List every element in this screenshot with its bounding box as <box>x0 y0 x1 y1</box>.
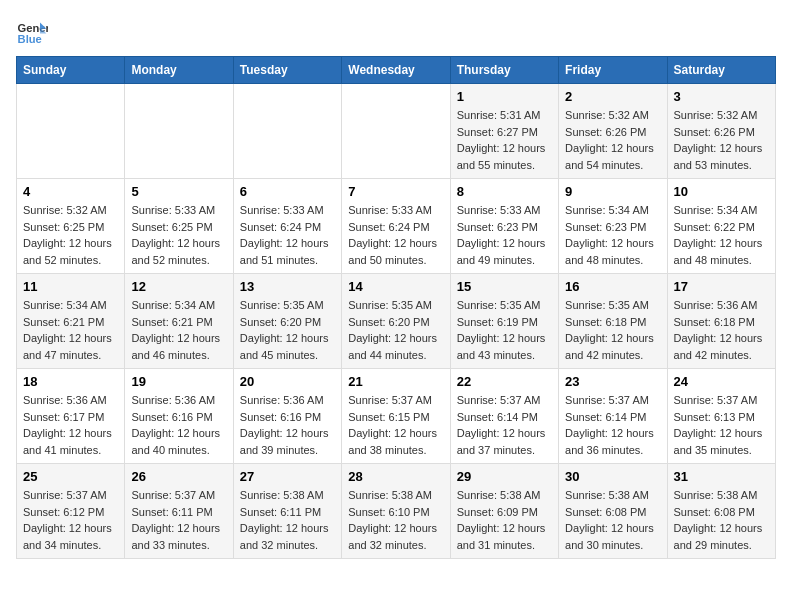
day-number: 3 <box>674 89 769 104</box>
calendar-cell <box>17 84 125 179</box>
day-info: Sunrise: 5:33 AMSunset: 6:24 PMDaylight:… <box>348 204 437 266</box>
day-number: 26 <box>131 469 226 484</box>
day-info: Sunrise: 5:36 AMSunset: 6:16 PMDaylight:… <box>131 394 220 456</box>
day-number: 12 <box>131 279 226 294</box>
day-number: 24 <box>674 374 769 389</box>
day-info: Sunrise: 5:36 AMSunset: 6:18 PMDaylight:… <box>674 299 763 361</box>
day-info: Sunrise: 5:34 AMSunset: 6:22 PMDaylight:… <box>674 204 763 266</box>
day-info: Sunrise: 5:38 AMSunset: 6:08 PMDaylight:… <box>674 489 763 551</box>
day-info: Sunrise: 5:32 AMSunset: 6:26 PMDaylight:… <box>674 109 763 171</box>
day-number: 9 <box>565 184 660 199</box>
weekday-header: Sunday <box>17 57 125 84</box>
calendar-cell: 31 Sunrise: 5:38 AMSunset: 6:08 PMDaylig… <box>667 464 775 559</box>
calendar-cell: 12 Sunrise: 5:34 AMSunset: 6:21 PMDaylig… <box>125 274 233 369</box>
weekday-header: Monday <box>125 57 233 84</box>
day-info: Sunrise: 5:34 AMSunset: 6:21 PMDaylight:… <box>131 299 220 361</box>
day-number: 10 <box>674 184 769 199</box>
calendar-cell: 5 Sunrise: 5:33 AMSunset: 6:25 PMDayligh… <box>125 179 233 274</box>
day-number: 6 <box>240 184 335 199</box>
day-info: Sunrise: 5:38 AMSunset: 6:09 PMDaylight:… <box>457 489 546 551</box>
weekday-header-row: SundayMondayTuesdayWednesdayThursdayFrid… <box>17 57 776 84</box>
calendar-cell: 27 Sunrise: 5:38 AMSunset: 6:11 PMDaylig… <box>233 464 341 559</box>
day-number: 14 <box>348 279 443 294</box>
calendar-cell: 22 Sunrise: 5:37 AMSunset: 6:14 PMDaylig… <box>450 369 558 464</box>
day-number: 23 <box>565 374 660 389</box>
day-number: 20 <box>240 374 335 389</box>
day-info: Sunrise: 5:37 AMSunset: 6:13 PMDaylight:… <box>674 394 763 456</box>
day-info: Sunrise: 5:38 AMSunset: 6:08 PMDaylight:… <box>565 489 654 551</box>
day-info: Sunrise: 5:37 AMSunset: 6:14 PMDaylight:… <box>565 394 654 456</box>
calendar-cell: 1 Sunrise: 5:31 AMSunset: 6:27 PMDayligh… <box>450 84 558 179</box>
calendar-cell: 26 Sunrise: 5:37 AMSunset: 6:11 PMDaylig… <box>125 464 233 559</box>
day-info: Sunrise: 5:32 AMSunset: 6:25 PMDaylight:… <box>23 204 112 266</box>
calendar-cell: 24 Sunrise: 5:37 AMSunset: 6:13 PMDaylig… <box>667 369 775 464</box>
calendar-cell: 20 Sunrise: 5:36 AMSunset: 6:16 PMDaylig… <box>233 369 341 464</box>
day-info: Sunrise: 5:35 AMSunset: 6:20 PMDaylight:… <box>240 299 329 361</box>
day-number: 1 <box>457 89 552 104</box>
weekday-header: Tuesday <box>233 57 341 84</box>
day-number: 17 <box>674 279 769 294</box>
calendar-cell: 4 Sunrise: 5:32 AMSunset: 6:25 PMDayligh… <box>17 179 125 274</box>
calendar-cell: 6 Sunrise: 5:33 AMSunset: 6:24 PMDayligh… <box>233 179 341 274</box>
day-number: 29 <box>457 469 552 484</box>
page-header: General Blue <box>16 16 776 48</box>
calendar-cell <box>125 84 233 179</box>
calendar-cell: 17 Sunrise: 5:36 AMSunset: 6:18 PMDaylig… <box>667 274 775 369</box>
calendar-cell: 21 Sunrise: 5:37 AMSunset: 6:15 PMDaylig… <box>342 369 450 464</box>
day-number: 8 <box>457 184 552 199</box>
day-number: 25 <box>23 469 118 484</box>
day-info: Sunrise: 5:34 AMSunset: 6:21 PMDaylight:… <box>23 299 112 361</box>
day-number: 11 <box>23 279 118 294</box>
day-info: Sunrise: 5:33 AMSunset: 6:25 PMDaylight:… <box>131 204 220 266</box>
calendar-cell: 30 Sunrise: 5:38 AMSunset: 6:08 PMDaylig… <box>559 464 667 559</box>
day-info: Sunrise: 5:38 AMSunset: 6:10 PMDaylight:… <box>348 489 437 551</box>
day-number: 31 <box>674 469 769 484</box>
weekday-header: Thursday <box>450 57 558 84</box>
day-number: 19 <box>131 374 226 389</box>
svg-text:Blue: Blue <box>18 33 42 45</box>
day-info: Sunrise: 5:32 AMSunset: 6:26 PMDaylight:… <box>565 109 654 171</box>
calendar-week-row: 1 Sunrise: 5:31 AMSunset: 6:27 PMDayligh… <box>17 84 776 179</box>
calendar-table: SundayMondayTuesdayWednesdayThursdayFrid… <box>16 56 776 559</box>
calendar-cell: 23 Sunrise: 5:37 AMSunset: 6:14 PMDaylig… <box>559 369 667 464</box>
day-info: Sunrise: 5:33 AMSunset: 6:24 PMDaylight:… <box>240 204 329 266</box>
calendar-cell: 16 Sunrise: 5:35 AMSunset: 6:18 PMDaylig… <box>559 274 667 369</box>
day-number: 15 <box>457 279 552 294</box>
day-number: 27 <box>240 469 335 484</box>
weekday-header: Wednesday <box>342 57 450 84</box>
day-number: 30 <box>565 469 660 484</box>
day-number: 5 <box>131 184 226 199</box>
calendar-cell: 2 Sunrise: 5:32 AMSunset: 6:26 PMDayligh… <box>559 84 667 179</box>
day-info: Sunrise: 5:35 AMSunset: 6:19 PMDaylight:… <box>457 299 546 361</box>
day-info: Sunrise: 5:37 AMSunset: 6:12 PMDaylight:… <box>23 489 112 551</box>
day-number: 22 <box>457 374 552 389</box>
calendar-cell: 15 Sunrise: 5:35 AMSunset: 6:19 PMDaylig… <box>450 274 558 369</box>
day-number: 21 <box>348 374 443 389</box>
day-number: 18 <box>23 374 118 389</box>
calendar-cell: 11 Sunrise: 5:34 AMSunset: 6:21 PMDaylig… <box>17 274 125 369</box>
day-number: 7 <box>348 184 443 199</box>
calendar-cell: 18 Sunrise: 5:36 AMSunset: 6:17 PMDaylig… <box>17 369 125 464</box>
calendar-week-row: 4 Sunrise: 5:32 AMSunset: 6:25 PMDayligh… <box>17 179 776 274</box>
day-info: Sunrise: 5:33 AMSunset: 6:23 PMDaylight:… <box>457 204 546 266</box>
day-info: Sunrise: 5:36 AMSunset: 6:17 PMDaylight:… <box>23 394 112 456</box>
day-info: Sunrise: 5:34 AMSunset: 6:23 PMDaylight:… <box>565 204 654 266</box>
day-number: 28 <box>348 469 443 484</box>
day-info: Sunrise: 5:37 AMSunset: 6:11 PMDaylight:… <box>131 489 220 551</box>
logo-icon: General Blue <box>16 16 48 48</box>
day-info: Sunrise: 5:36 AMSunset: 6:16 PMDaylight:… <box>240 394 329 456</box>
calendar-cell: 25 Sunrise: 5:37 AMSunset: 6:12 PMDaylig… <box>17 464 125 559</box>
day-info: Sunrise: 5:37 AMSunset: 6:14 PMDaylight:… <box>457 394 546 456</box>
day-info: Sunrise: 5:35 AMSunset: 6:20 PMDaylight:… <box>348 299 437 361</box>
day-number: 16 <box>565 279 660 294</box>
calendar-cell: 9 Sunrise: 5:34 AMSunset: 6:23 PMDayligh… <box>559 179 667 274</box>
calendar-cell: 28 Sunrise: 5:38 AMSunset: 6:10 PMDaylig… <box>342 464 450 559</box>
calendar-cell <box>342 84 450 179</box>
day-info: Sunrise: 5:35 AMSunset: 6:18 PMDaylight:… <box>565 299 654 361</box>
calendar-cell: 29 Sunrise: 5:38 AMSunset: 6:09 PMDaylig… <box>450 464 558 559</box>
calendar-cell <box>233 84 341 179</box>
day-info: Sunrise: 5:37 AMSunset: 6:15 PMDaylight:… <box>348 394 437 456</box>
calendar-cell: 13 Sunrise: 5:35 AMSunset: 6:20 PMDaylig… <box>233 274 341 369</box>
weekday-header: Friday <box>559 57 667 84</box>
calendar-cell: 10 Sunrise: 5:34 AMSunset: 6:22 PMDaylig… <box>667 179 775 274</box>
